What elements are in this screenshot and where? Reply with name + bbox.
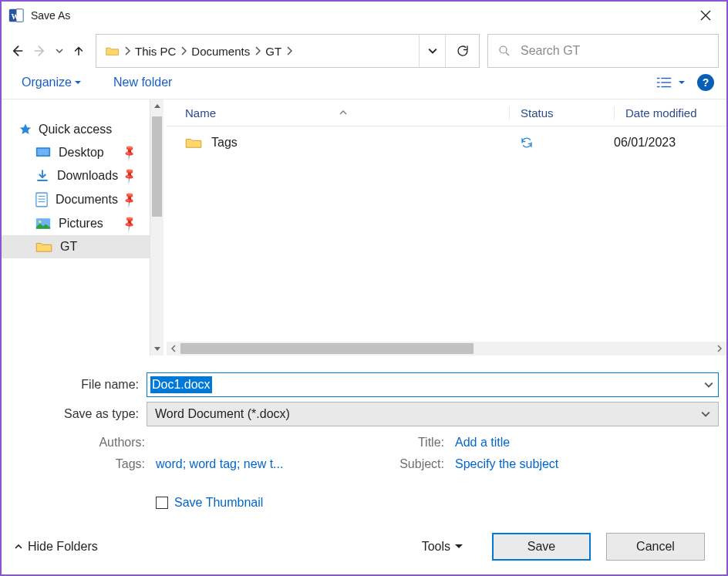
tags-label: Tags: — [17, 457, 145, 471]
sidebar-item-label: GT — [60, 240, 77, 254]
dialog-footer: Hide Folders Tools Save Cancel — [2, 519, 726, 574]
address-dropdown[interactable] — [419, 35, 445, 67]
search-icon — [497, 44, 511, 58]
sort-indicator-icon — [339, 109, 347, 116]
title-value[interactable]: Add a title — [455, 436, 558, 450]
back-button[interactable] — [8, 42, 26, 60]
scroll-down-button[interactable] — [150, 342, 163, 355]
chevron-right-icon[interactable] — [254, 46, 261, 56]
breadcrumb-documents[interactable]: Documents — [187, 42, 254, 61]
downloads-icon — [35, 169, 49, 183]
folder-icon — [35, 241, 52, 253]
quick-access-header[interactable]: Quick access — [2, 118, 150, 141]
svg-rect-12 — [36, 193, 47, 207]
save-form: File name: Doc1.docx Save as type: Word … — [2, 355, 726, 519]
file-date: 06/01/2023 — [614, 136, 726, 150]
sidebar-item-label: Desktop — [59, 146, 104, 160]
svg-text:W: W — [12, 12, 19, 20]
word-app-icon: W — [6, 5, 26, 25]
chevron-down-icon[interactable] — [704, 380, 713, 389]
sidebar-item-label: Pictures — [59, 217, 103, 231]
scroll-thumb[interactable] — [152, 116, 162, 217]
search-placeholder: Search GT — [521, 44, 580, 58]
window-title: Save As — [31, 9, 688, 22]
pin-icon: 📌 — [120, 214, 138, 232]
save-button[interactable]: Save — [492, 533, 591, 561]
toolbar: Organize New folder ? — [2, 72, 726, 99]
save-thumbnail-checkbox[interactable] — [156, 497, 168, 509]
column-date-modified[interactable]: Date modified — [614, 106, 726, 120]
scroll-up-button[interactable] — [150, 99, 163, 113]
save-as-type-value: Word Document (*.docx) — [155, 407, 290, 421]
sidebar-item-desktop[interactable]: Desktop 📌 — [2, 141, 150, 164]
chevron-right-icon[interactable] — [180, 46, 187, 56]
save-as-type-label: Save as type: — [9, 407, 147, 421]
scroll-right-button[interactable] — [713, 342, 726, 355]
tags-value[interactable]: word; word tag; new t... — [156, 457, 333, 471]
star-icon — [19, 123, 32, 136]
chevron-right-icon[interactable] — [124, 46, 130, 56]
file-name: Tags — [211, 136, 238, 150]
subject-value[interactable]: Specify the subject — [455, 457, 558, 471]
sidebar-item-gt[interactable]: GT — [2, 235, 150, 258]
save-as-type-select[interactable]: Word Document (*.docx) — [147, 402, 719, 426]
sidebar-item-label: Documents — [56, 193, 118, 207]
titlebar: W Save As — [2, 2, 726, 29]
scroll-left-button[interactable] — [167, 342, 180, 355]
documents-icon — [35, 192, 48, 207]
sidebar-item-label: Downloads — [57, 169, 118, 183]
up-button[interactable] — [69, 42, 88, 60]
metadata-section: Authors: Tags: word; word tag; new t... … — [9, 431, 719, 479]
svg-rect-11 — [38, 149, 49, 155]
svg-point-17 — [39, 221, 41, 223]
file-list: Name Status Date modified Tags — [167, 99, 726, 355]
view-options-button[interactable] — [656, 76, 685, 89]
forward-button[interactable] — [31, 42, 49, 60]
column-headers[interactable]: Name Status Date modified — [167, 99, 726, 126]
sidebar-item-documents[interactable]: Documents 📌 — [2, 187, 150, 212]
main-area: Quick access Desktop 📌 Downloads 📌 — [2, 99, 726, 355]
sidebar-scrollbar[interactable] — [150, 99, 163, 355]
breadcrumb-this-pc[interactable]: This PC — [130, 42, 180, 61]
filename-label: File name: — [9, 378, 147, 392]
sidebar-item-pictures[interactable]: Pictures 📌 — [2, 212, 150, 235]
pin-icon: 📌 — [120, 143, 138, 161]
new-folder-button[interactable]: New folder — [113, 76, 172, 89]
cancel-button[interactable]: Cancel — [606, 533, 705, 561]
sidebar: Quick access Desktop 📌 Downloads 📌 — [2, 99, 163, 355]
filename-input[interactable]: Doc1.docx — [147, 372, 719, 397]
folder-icon — [185, 136, 202, 149]
caret-down-icon — [455, 544, 463, 550]
column-name[interactable]: Name — [185, 106, 216, 120]
horizontal-scrollbar[interactable] — [167, 342, 726, 355]
chevron-up-icon — [14, 542, 23, 551]
tools-menu[interactable]: Tools — [422, 540, 463, 554]
hscroll-thumb[interactable] — [180, 343, 474, 354]
pin-icon: 📌 — [120, 190, 138, 208]
file-row[interactable]: Tags 06/01/2023 — [167, 126, 726, 159]
breadcrumb-root-icon[interactable] — [101, 42, 124, 59]
authors-value[interactable] — [156, 436, 333, 450]
refresh-button[interactable] — [445, 35, 479, 67]
save-thumbnail-label[interactable]: Save Thumbnail — [174, 496, 263, 510]
desktop-icon — [35, 147, 51, 159]
filename-value: Doc1.docx — [150, 376, 212, 393]
sync-icon — [520, 136, 614, 150]
column-status[interactable]: Status — [509, 106, 614, 120]
pictures-icon — [35, 217, 51, 230]
chevron-right-icon[interactable] — [286, 46, 292, 56]
help-button[interactable]: ? — [697, 74, 714, 91]
chevron-down-icon[interactable] — [701, 409, 710, 419]
hide-folders-toggle[interactable]: Hide Folders — [14, 540, 98, 554]
breadcrumb-gt[interactable]: GT — [261, 42, 286, 61]
pin-icon: 📌 — [120, 167, 138, 184]
save-as-dialog: W Save As — [0, 0, 728, 576]
sidebar-item-downloads[interactable]: Downloads 📌 — [2, 164, 150, 187]
organize-menu[interactable]: Organize — [22, 76, 81, 89]
address-bar[interactable]: This PC Documents GT — [96, 34, 480, 68]
subject-label: Subject: — [333, 457, 444, 471]
recent-locations-dropdown[interactable] — [54, 42, 65, 60]
close-button[interactable] — [688, 3, 723, 28]
search-input[interactable]: Search GT — [487, 34, 719, 68]
title-label: Title: — [333, 436, 444, 450]
